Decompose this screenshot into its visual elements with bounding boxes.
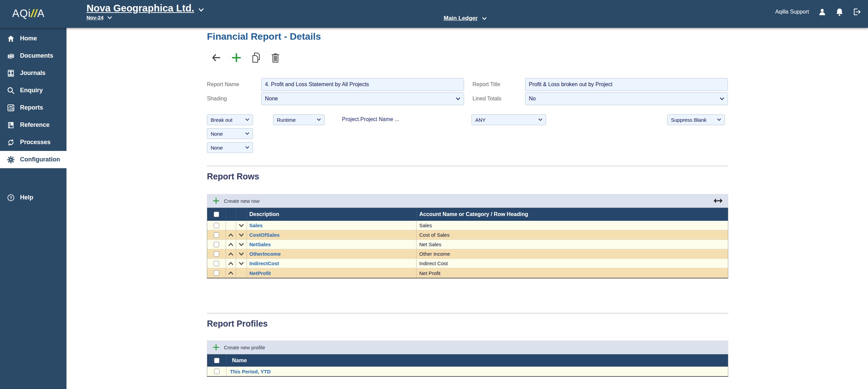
none-value-2: None xyxy=(211,145,223,151)
book-icon xyxy=(7,121,15,129)
any-select[interactable]: ANY xyxy=(471,114,546,125)
report-rows-table-header: Description Account Name or Category / R… xyxy=(207,208,728,221)
sidebar-item-home[interactable]: Home xyxy=(0,30,66,47)
lined-totals-label: Lined Totals xyxy=(472,92,523,105)
company-selector[interactable]: Nova Geographica Ltd. xyxy=(86,3,194,14)
project-name-link[interactable]: Project.Project Name ... xyxy=(342,116,399,122)
report-profiles-table-header: Name xyxy=(207,354,728,367)
chevron-down-icon xyxy=(720,97,724,100)
move-up-icon[interactable] xyxy=(228,243,233,246)
chevron-down-icon[interactable] xyxy=(198,8,204,12)
select-all-checkbox[interactable] xyxy=(214,212,219,217)
table-row: CostOfSales Cost of Sales xyxy=(207,230,728,240)
row-account-text: Sales xyxy=(419,222,432,228)
chevron-down-icon xyxy=(456,97,460,100)
sidebar-item-label: Documents xyxy=(20,52,53,59)
logout-icon[interactable] xyxy=(852,7,861,16)
sidebar-item-label: Reference xyxy=(20,121,50,129)
row-checkbox[interactable] xyxy=(214,270,219,276)
row-checkbox[interactable] xyxy=(214,232,219,238)
plus-icon xyxy=(212,197,220,205)
profile-name-link[interactable]: This Period, YTD xyxy=(230,369,271,374)
chevron-down-icon xyxy=(245,118,249,121)
shading-label: Shading xyxy=(207,92,258,105)
row-description-link[interactable]: IndirectCost xyxy=(249,260,279,266)
copy-button[interactable] xyxy=(251,52,261,63)
sidebar-item-label: Configuration xyxy=(20,156,60,163)
move-down-icon[interactable] xyxy=(239,252,244,256)
report-profiles-toolbar: Create new profile xyxy=(207,341,728,354)
journals-icon xyxy=(7,69,15,77)
report-profiles-heading: Report Profiles xyxy=(207,319,268,329)
suppress-blank-select[interactable]: Suppress Blank xyxy=(667,114,725,125)
user-icon[interactable] xyxy=(818,7,827,16)
runtime-select[interactable]: Runtime xyxy=(273,114,325,125)
documents-icon xyxy=(7,52,15,60)
sidebar-item-documents[interactable]: Documents xyxy=(0,47,66,64)
table-row: This Period, YTD xyxy=(207,367,728,376)
report-title-input[interactable] xyxy=(525,78,728,91)
row-checkbox[interactable] xyxy=(214,251,219,257)
row-checkbox[interactable] xyxy=(214,223,219,228)
move-down-column xyxy=(236,208,247,221)
move-down-icon[interactable] xyxy=(239,243,244,246)
breakout-select[interactable]: Break out xyxy=(207,114,253,125)
expand-columns-icon[interactable] xyxy=(713,198,723,204)
app-header: AQi//A Nova Geographica Ltd. Nov-24 Main… xyxy=(0,0,868,28)
move-up-icon[interactable] xyxy=(228,262,233,265)
move-up-icon[interactable] xyxy=(228,252,233,256)
move-down-icon[interactable] xyxy=(239,224,244,227)
sidebar-item-processes[interactable]: Processes xyxy=(0,134,66,151)
create-new-row-button[interactable]: Create new row xyxy=(212,197,259,205)
move-down-icon[interactable] xyxy=(239,233,244,237)
create-new-profile-button[interactable]: Create new profile xyxy=(212,344,265,351)
sidebar-item-enquiry[interactable]: Enquiry xyxy=(0,82,66,99)
lined-totals-select[interactable]: No xyxy=(525,92,728,105)
row-description-link[interactable]: OtherIncome xyxy=(249,251,281,257)
table-row: IndirectCost Indirect Cost xyxy=(207,259,728,268)
none-select-2[interactable]: None xyxy=(207,142,253,153)
row-checkbox[interactable] xyxy=(214,369,219,374)
sidebar-item-reference[interactable]: Reference xyxy=(0,116,66,134)
ledger-selector[interactable]: Main Ledger xyxy=(444,15,478,21)
chevron-down-icon[interactable] xyxy=(482,17,487,20)
action-toolbar xyxy=(211,51,280,64)
report-name-input[interactable] xyxy=(261,78,464,91)
row-checkbox[interactable] xyxy=(214,261,219,266)
page-title: Financial Report - Details xyxy=(207,31,321,42)
sidebar-item-configuration[interactable]: Configuration xyxy=(0,151,66,168)
select-all-profiles-checkbox[interactable] xyxy=(214,358,219,363)
chevron-down-icon[interactable] xyxy=(108,16,112,19)
sidebar-item-help[interactable]: ? Help xyxy=(0,189,66,206)
chevron-down-icon xyxy=(317,118,321,121)
user-area: Aqilla Support xyxy=(775,7,861,16)
row-checkbox[interactable] xyxy=(214,242,219,247)
back-button[interactable] xyxy=(211,53,222,63)
shading-select[interactable]: None xyxy=(261,92,464,105)
move-down-icon[interactable] xyxy=(239,262,244,265)
cycle-icon xyxy=(7,138,15,147)
chevron-down-icon xyxy=(538,118,542,121)
row-description-link[interactable]: Sales xyxy=(249,222,263,228)
row-description-link[interactable]: CostOfSales xyxy=(249,232,279,238)
row-description-link[interactable]: NetProfit xyxy=(249,270,271,276)
row-description-link[interactable]: NetSales xyxy=(249,241,271,247)
description-column-header: Description xyxy=(247,208,417,221)
sidebar-item-reports[interactable]: Reports xyxy=(0,99,66,116)
create-new-row-label: Create new row xyxy=(224,198,259,204)
table-row: NetSales Net Sales xyxy=(207,240,728,249)
report-profiles-body: This Period, YTD xyxy=(207,367,728,376)
create-new-profile-label: Create new profile xyxy=(224,345,265,350)
company-block: Nova Geographica Ltd. Nov-24 xyxy=(86,3,204,21)
period-selector[interactable]: Nov-24 xyxy=(86,15,103,20)
section-divider xyxy=(207,166,728,166)
table-row: NetProfit Net Profit xyxy=(207,268,728,278)
move-up-icon[interactable] xyxy=(228,271,233,275)
move-up-icon[interactable] xyxy=(228,233,233,237)
delete-button[interactable] xyxy=(271,52,280,63)
add-button[interactable] xyxy=(231,53,242,63)
sidebar-item-journals[interactable]: Journals xyxy=(0,64,66,82)
notifications-bell-icon[interactable] xyxy=(835,7,844,16)
sidebar: Home Documents Journals Enquiry Reports … xyxy=(0,28,66,389)
none-select-1[interactable]: None xyxy=(207,128,253,139)
